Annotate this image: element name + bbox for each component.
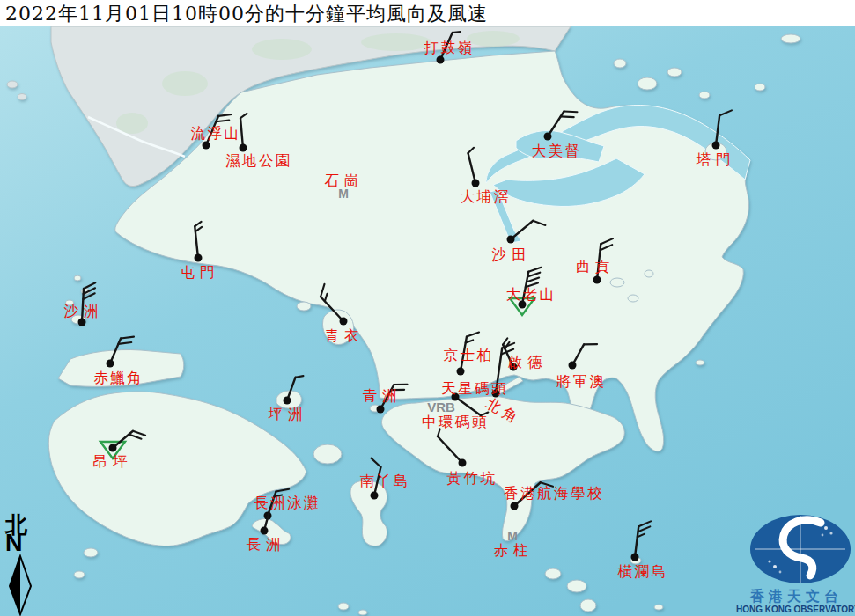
- station-dot: [371, 492, 379, 500]
- islet: [74, 275, 81, 281]
- islet: [7, 81, 18, 88]
- islet: [755, 84, 765, 91]
- wind-barb-feather: [561, 116, 574, 117]
- islet: [358, 610, 367, 615]
- station-dot: [203, 142, 210, 150]
- station-dot: [457, 368, 465, 376]
- islet: [84, 548, 98, 557]
- station-label: 將軍澳: [556, 373, 607, 390]
- station-dot: [507, 236, 515, 244]
- islet: [667, 68, 682, 77]
- station-dot: [195, 254, 203, 262]
- station-dot: [284, 397, 291, 405]
- station-dot: [593, 276, 601, 284]
- wind-barb-feather: [564, 111, 578, 112]
- station-label: 打鼓嶺: [424, 40, 475, 56]
- hong-kong-map: 打鼓嶺流浮山濕地公園M石崗大美督塔門大埔滘沙田屯門西貢沙洲大老山青衣赤鱲角青洲京…: [0, 0, 855, 616]
- north-arrow-icon: [4, 510, 42, 616]
- station-label: 大美督: [532, 143, 582, 159]
- station-label: 黃竹坑: [447, 470, 498, 487]
- green-patch: [252, 39, 312, 60]
- station-dot: [107, 360, 114, 368]
- islet: [545, 568, 561, 579]
- station-label: 流浮山: [191, 125, 241, 142]
- station-label: 大老山: [506, 286, 556, 303]
- station-dot: [437, 56, 445, 64]
- islet: [74, 571, 85, 578]
- station-dot: [472, 180, 480, 187]
- data-marker-m: M: [507, 529, 518, 543]
- islet: [18, 94, 26, 100]
- station-dot: [261, 527, 269, 535]
- islet: [628, 295, 638, 302]
- station-dot: [377, 406, 385, 414]
- station-label: 坪洲: [269, 406, 308, 422]
- islet: [614, 59, 626, 68]
- station-label: 石崗: [325, 172, 365, 189]
- wind-barb-feather: [453, 32, 461, 33]
- station-label: 橫瀾島: [618, 563, 668, 580]
- islet: [638, 77, 657, 90]
- station-label: 赤柱: [494, 542, 534, 559]
- islet: [645, 270, 653, 277]
- station-label: 西貢: [576, 258, 615, 275]
- station-label: 昂坪: [93, 453, 133, 470]
- station-label: 濕地公園: [225, 152, 292, 169]
- hko-logo: 香港天文台 HONG KONG OBSERVATORY: [738, 512, 855, 616]
- station-dot: [109, 444, 117, 452]
- green-patch: [116, 113, 148, 134]
- station-label: 赤鱲角: [94, 370, 144, 386]
- station-dot: [631, 554, 639, 561]
- station-dot: [544, 133, 552, 141]
- station-label: 屯門: [181, 264, 220, 281]
- station-label: 長洲泳灘: [254, 495, 321, 511]
- green-patch: [467, 31, 520, 47]
- station-dot: [511, 502, 519, 510]
- station-label: 青洲: [363, 387, 402, 404]
- station-label: 啟德: [508, 354, 548, 370]
- islet: [338, 603, 349, 610]
- islet: [654, 605, 663, 610]
- station-label: 沙田: [492, 246, 532, 263]
- green-patch: [162, 71, 208, 96]
- islet: [580, 599, 596, 612]
- station-dot: [459, 459, 467, 467]
- station-label: 大埔滘: [461, 188, 511, 205]
- station-dot: [712, 142, 720, 150]
- station-dot: [569, 362, 577, 370]
- data-marker-vrb: VRB: [427, 400, 455, 414]
- hko-name-en: HONG KONG OBSERVATORY: [736, 605, 855, 614]
- hko-name-zh: 香港天文台: [738, 588, 855, 606]
- station-label: 天星碼頭: [441, 380, 508, 397]
- hei-ling-chau: [313, 444, 342, 464]
- station-label: 長洲: [247, 536, 286, 553]
- islet: [696, 360, 704, 365]
- north-compass: 北 N: [4, 510, 42, 616]
- station-label: 南丫島: [360, 473, 410, 489]
- islet: [610, 278, 624, 287]
- station-label: 中環碼頭: [422, 414, 489, 430]
- station-label: 塔門: [697, 151, 736, 168]
- station-dot: [240, 144, 247, 152]
- islet: [781, 34, 800, 43]
- islet: [567, 580, 586, 592]
- title-bar: 2022年11月01日10時00分的十分鐘平均風向及風速: [0, 0, 855, 26]
- station-label: 青衣: [325, 327, 365, 344]
- map-title: 2022年11月01日10時00分的十分鐘平均風向及風速: [5, 1, 488, 27]
- ma-wan: [297, 302, 311, 311]
- station-dot: [340, 318, 348, 326]
- station-label: 京士柏: [444, 347, 494, 363]
- green-patch: [361, 33, 431, 51]
- station-label: 香港航海學校: [504, 485, 604, 502]
- station-label: 沙洲: [64, 303, 104, 319]
- wind-map-page: 打鼓嶺流浮山濕地公園M石崗大美督塔門大埔滘沙田屯門西貢沙洲大老山青衣赤鱲角青洲京…: [0, 0, 855, 616]
- islet: [699, 92, 710, 99]
